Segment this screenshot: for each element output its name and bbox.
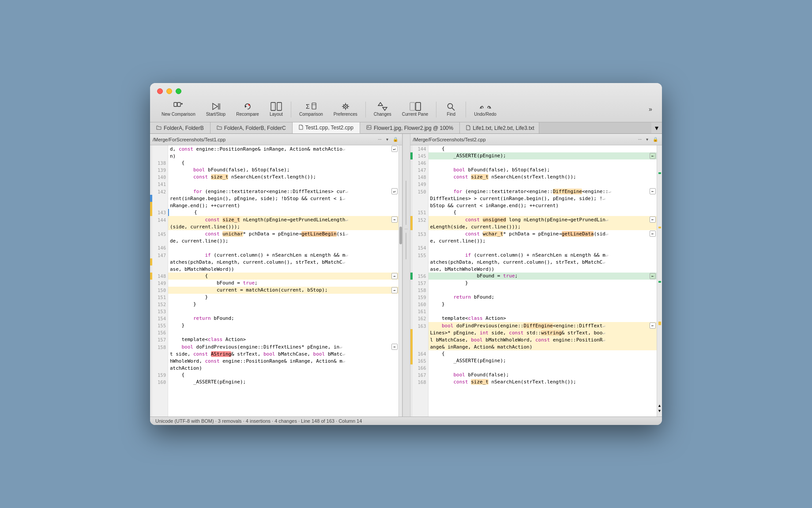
left-scrollbar-thumb[interactable] [399,227,402,244]
code-line-r147: bool bFound(false), bStop(false); [429,167,657,174]
left-scrollbar[interactable] [398,145,402,417]
tab-label-3: Test1.cpp, Test2.cpp [305,125,353,131]
r156-arrow[interactable]: ← [650,273,656,279]
code-line-r152: const unsigned long nLength(pEngine→getP… [429,216,657,230]
left-pane-dots[interactable]: ··· [376,136,383,142]
code-line [168,181,398,188]
code-line: { [168,209,398,216]
r163-arrow[interactable]: ← [650,322,656,329]
minimize-button[interactable] [166,88,172,94]
left-code-lines: d, const engine::PositionRange& inRange,… [168,145,398,417]
code-line-r167: bool bFound(false); [429,372,657,379]
left-pane-path: /Merge/ForScreenshots/Test1.cpp [153,137,376,142]
right-line-numbers: 144 145 146 147 148 149 150 151 152 153 … [413,145,429,417]
code-line: d, const engine::PositionRange& inRange,… [168,145,398,159]
tabs-overflow-button[interactable]: ▾ [651,122,662,133]
start-stop-label: Start/Stop [206,112,226,117]
svg-marker-4 [213,103,218,110]
svg-rect-10 [271,102,275,110]
undo-redo-icon [480,102,491,111]
code-line: bFound = true; [168,280,398,287]
layout-button[interactable]: Layout [265,100,287,118]
code-line-r159: return bFound; [429,294,657,301]
recompare-button[interactable]: Recompare [232,100,263,118]
left-pane-controls: ··· ▾ 🔒 [376,136,399,142]
line-148-arrow[interactable]: → [391,273,398,279]
scroll-up-btn[interactable]: ▲ [658,403,662,408]
new-comparison-button[interactable]: New Comparison [157,100,200,118]
maximize-button[interactable] [176,88,181,94]
find-icon [446,102,456,111]
line-144-arrow[interactable]: → [391,216,398,223]
right-scrollbar-area: ▲ ▼ [657,145,662,417]
new-comparison-label: New Comparison [162,112,195,117]
right-pane-path: /Merge/ForScreenshots/Test2.cpp [413,137,637,142]
current-pane-button[interactable]: Current Pane [398,100,432,118]
line-wrap-arrow-142[interactable]: ↵ [391,188,398,194]
undo-redo-button[interactable]: Undo/Redo [470,100,501,118]
line-150-arrow[interactable]: → [391,287,398,293]
changes-icon [377,102,388,111]
code-line-r158 [429,287,657,294]
right-pane-dropdown[interactable]: ▾ [645,136,650,142]
right-pane-sync[interactable]: 🔒 [651,136,659,142]
tab-folder-ab[interactable]: FolderA, FolderB [150,122,211,133]
tabs-bar: FolderA, FolderB FolderA, FolderB, Folde… [150,122,662,134]
more-icon: » [649,106,652,113]
more-button[interactable]: » [646,104,655,115]
code-line-r145: _ASSERTE(pEngine); ← [429,152,657,159]
code-line: { [168,372,398,379]
tab-label-2: FolderA, FolderB, FolderC [224,125,286,131]
code-line: return bFound; [168,315,398,322]
recompare-icon [243,102,252,111]
r150-arrow[interactable]: ← [650,188,656,194]
toolbar: New Comparison Start/Stop Recompare [157,99,655,122]
tab-test-cpp[interactable]: Test1.cpp, Test2.cpp [293,122,360,133]
r145-arrow[interactable]: ← [650,153,656,159]
right-pane: /Merge/ForScreenshots/Test2.cpp ··· ▾ 🔒 [410,134,662,417]
svg-point-16 [345,106,346,107]
layout-icon [271,102,282,111]
comparison-label: Comparison [299,112,323,117]
code-line [168,308,398,315]
tab-flower-jpg[interactable]: Flower1.jpg, Flower2.jpg @ 100% [360,122,460,133]
code-line-r161 [429,308,657,315]
code-line-r153: const wchar_t* pchData = pEngine→getLine… [429,230,657,244]
left-pane-sync[interactable]: 🔒 [391,136,399,142]
code-line: _ASSERTE(pEngine); [168,379,398,386]
changes-label: Changes [374,112,391,117]
tab-file-icon [299,125,303,131]
comparison-button[interactable]: Σ Comparison [295,100,327,118]
dots-button[interactable]: ··· [405,227,408,231]
changes-button[interactable]: Changes [369,100,396,118]
code-line: const size_t nSearchLen(strText.length()… [168,174,398,181]
code-line: } [168,301,398,308]
code-line-148: { → [168,273,398,280]
preferences-label: Preferences [334,112,357,117]
connector-2 [406,233,406,259]
find-button[interactable]: Find [440,100,462,118]
tab-folder-abc[interactable]: FolderA, FolderB, FolderC [211,122,293,133]
left-pane-dropdown[interactable]: ▾ [385,136,390,142]
r152-arrow[interactable]: ← [650,216,656,223]
right-pane-dots[interactable]: ··· [637,136,643,142]
start-stop-icon [211,102,220,111]
main-area: /Merge/ForScreenshots/Test1.cpp ··· ▾ 🔒 [150,134,662,417]
new-comparison-icon [173,102,183,111]
app-window: New Comparison Start/Stop Recompare [150,83,662,425]
right-pane-header: /Merge/ForScreenshots/Test2.cpp ··· ▾ 🔒 [410,134,662,145]
code-line [168,329,398,336]
preferences-button[interactable]: Preferences [329,100,362,118]
preferences-icon [341,102,350,111]
r153-arrow[interactable]: ← [650,231,656,237]
line-wrap-arrow[interactable]: ↵ [391,146,398,152]
svg-marker-26 [383,107,387,110]
start-stop-button[interactable]: Start/Stop [202,100,230,118]
scroll-down-btn[interactable]: ▼ [658,409,662,413]
code-line-r160: } [429,301,657,308]
close-button[interactable] [157,88,163,94]
tab-life-txt[interactable]: Life1.txt, Life2.txt, Life3.txt [460,122,539,133]
pane-divider: ··· [402,134,410,417]
tab-folder-icon-2 [217,125,222,131]
line-158-arrow[interactable]: → [391,344,398,350]
